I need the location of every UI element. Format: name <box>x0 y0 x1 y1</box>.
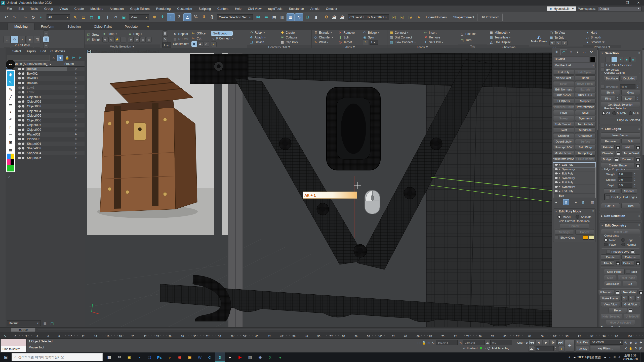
visibility-eye-icon[interactable] <box>18 101 21 103</box>
set-keys-button[interactable]: + <box>565 340 575 352</box>
visibility-eye-icon[interactable] <box>18 152 21 154</box>
ribbon-config-dropdown[interactable]: ▼ <box>144 24 152 30</box>
align-z-button[interactable]: Z <box>562 40 568 46</box>
taskview-icon[interactable]: ▦ <box>104 352 114 362</box>
modifier-list-dropdown[interactable]: Modifier List▼ <box>553 63 596 68</box>
key-selection-dropdown[interactable]: Selected▼ <box>590 340 623 345</box>
create-shape-button[interactable]: Create Shape <box>601 163 634 168</box>
modifier-stack-row[interactable]: ▶ Box <box>553 194 595 198</box>
modifier-button[interactable]: OpenSubdiv <box>553 139 574 144</box>
clock-icon[interactable]: ◔ <box>484 346 486 350</box>
macro-recorder-pane[interactable] <box>1 339 26 346</box>
expand-arrow-icon[interactable]: ▶ <box>559 186 560 188</box>
ribbon-button[interactable]: ◇Chamfer ▾ <box>314 35 336 39</box>
hide-unselected-button[interactable]: Hide Unselected <box>606 320 635 325</box>
taskbar-clock[interactable]: 오전 3:382021-07-28 <box>623 354 638 361</box>
show-desktop-strip[interactable] <box>640 352 643 362</box>
constrain-none-icon[interactable]: ✖ <box>191 41 197 47</box>
repeat-button[interactable]: ↻Repeat <box>173 32 189 36</box>
modifier-button[interactable]: VertexPaint <box>553 75 574 80</box>
clear-search-icon[interactable]: ✕ <box>51 55 56 61</box>
scene-object-row[interactable]: Box003 ❄ <box>12 76 85 81</box>
edge-mode-icon[interactable]: ◇ <box>11 36 18 43</box>
color-swatch-grid[interactable] <box>7 154 14 165</box>
expand-arrow-icon[interactable]: ▶ <box>559 190 560 192</box>
modifier-button[interactable]: Surface <box>575 139 596 144</box>
by-angle-field[interactable]: 45.0 <box>620 84 635 89</box>
scene-object-row[interactable]: Object003 ❄ <box>12 104 85 109</box>
object-name-field[interactable]: Box001 <box>553 57 589 62</box>
angle-snap-icon[interactable]: ∠ <box>183 13 191 21</box>
preview-off-radio[interactable] <box>602 111 606 115</box>
modifier-button[interactable]: Extrude <box>575 87 596 92</box>
vscode-icon[interactable]: ◇ <box>205 352 215 362</box>
modifier-button[interactable]: Bevel <box>553 81 574 86</box>
dock-handle-strip[interactable] <box>0 48 6 327</box>
visibility-eye-icon[interactable] <box>18 119 21 121</box>
cursor-icon[interactable]: ↖ <box>7 78 14 86</box>
turn-button[interactable]: Turn <box>621 203 640 208</box>
current-frame-field[interactable]: 0 <box>536 346 554 351</box>
modifier-stack-row[interactable]: ▶ Edit Poly <box>553 163 595 167</box>
toolbar-text-button[interactable]: ShapeConnect <box>450 14 477 21</box>
commit-button[interactable]: Commit <box>560 223 589 229</box>
y-coordinate-field[interactable]: 230.243 <box>463 340 485 345</box>
explorer-layer-dropdown[interactable]: Default▼ <box>7 320 41 326</box>
preserve-uvs-locked-icon[interactable]: ▦ <box>162 30 168 36</box>
rollout-header[interactable]: ▶Soft Selection⠿ <box>599 213 641 219</box>
x-coordinate-field[interactable]: 501.043 <box>436 340 458 345</box>
visibility-eye-icon[interactable] <box>18 91 21 94</box>
select-and-link-icon[interactable]: ∞ <box>21 14 29 21</box>
ribbon-tab[interactable]: Selection <box>61 23 87 30</box>
explorer-menu-item[interactable]: Customize <box>48 50 67 53</box>
align-icon[interactable]: ⇋ <box>262 13 270 21</box>
hide-selected-button[interactable]: Hide Selected <box>601 314 622 319</box>
msmooth-button[interactable]: MSmooth <box>598 290 614 295</box>
modifier-button[interactable]: Turn to Poly <box>575 122 596 127</box>
ribbon-button[interactable]: ▥Dist Connect <box>389 35 422 39</box>
minimize-button[interactable]: – <box>611 0 622 6</box>
menu-item[interactable]: Create <box>71 6 87 12</box>
expand-arrow-icon[interactable]: ▶ <box>559 172 560 175</box>
scene-object-row[interactable]: Object004 ❄ <box>12 109 85 113</box>
zoom-icon[interactable]: ◎ <box>623 340 628 345</box>
visibility-eye-icon[interactable] <box>18 147 21 150</box>
modifier-button[interactable]: Twist <box>553 127 574 132</box>
frozen-icon[interactable]: ❄ <box>67 72 85 75</box>
loop-grow-icon[interactable]: ⊕ <box>102 37 108 42</box>
msmooth-settings-box[interactable] <box>616 290 620 294</box>
play-icon[interactable]: ▶ <box>543 340 549 345</box>
frozen-icon[interactable]: ❄ <box>67 91 85 94</box>
shrink-button[interactable]: Shrink <box>601 90 620 95</box>
scene-object-row[interactable]: Object001 ❄ <box>12 95 85 100</box>
create-shape-settings-box[interactable] <box>636 163 640 167</box>
modifier-button[interactable]: Mesh Cleaner <box>553 151 574 156</box>
preview-toggle-icon[interactable]: ▯ <box>43 36 49 42</box>
schematic-view-icon[interactable]: ⊟ <box>304 13 311 21</box>
spinner-snap-icon[interactable]: ⇅ <box>200 13 208 21</box>
sound-icon[interactable]: ◖ <box>609 355 611 359</box>
go-to-start-icon[interactable]: |◀◀ <box>528 340 535 345</box>
visibility-eye-icon[interactable] <box>18 82 21 84</box>
open-mini-curve-editor-icon[interactable]: ∿ <box>0 334 10 339</box>
ring-button[interactable]: Ring <box>601 96 615 101</box>
modifier-stack-row[interactable]: ▶ Symmetry <box>553 176 595 180</box>
create-button[interactable]: Create <box>601 254 620 260</box>
modifier-button[interactable]: Skin Wrap <box>575 145 596 150</box>
divider[interactable] <box>561 200 561 204</box>
folder-icon[interactable]: ▣ <box>185 352 195 362</box>
lock-explorer-icon[interactable]: 🔒 <box>64 55 70 60</box>
modifier-button[interactable]: FFD 4x4x4 <box>575 93 596 98</box>
loop-spinner[interactable]: ▲▼ <box>637 97 640 101</box>
ribbon-button[interactable]: ▦Cap Poly <box>280 40 310 44</box>
relax-button[interactable]: Relax <box>609 308 627 313</box>
expand-arrow-icon[interactable]: ▶ <box>559 181 560 184</box>
viewport-general-menu[interactable]: [+] <box>87 50 92 53</box>
scene-object-row[interactable]: Object002 ❄ <box>12 99 85 104</box>
menu-item[interactable]: Animation <box>106 6 127 12</box>
filter-search-icon[interactable]: ▼ <box>57 55 63 61</box>
view-align-button[interactable]: View Align <box>601 302 620 307</box>
tessellate-settings-box[interactable] <box>639 290 642 294</box>
close-button[interactable]: ✕ <box>633 0 644 6</box>
make-planar-button[interactable]: Make Planar <box>600 296 620 301</box>
